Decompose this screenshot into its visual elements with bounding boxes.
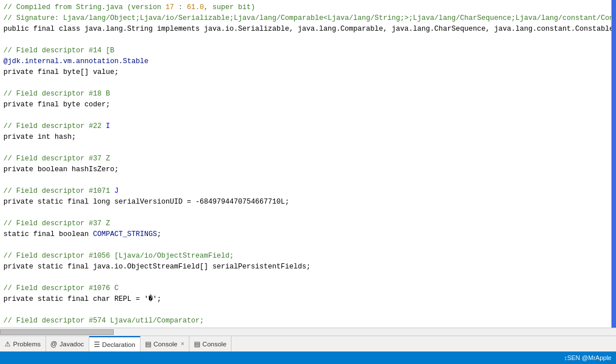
javadoc-icon: @ <box>51 340 57 348</box>
code-line <box>3 143 613 154</box>
code-line: private boolean hashIsZero; <box>3 164 613 175</box>
code-line: // Field descriptor #22 I <box>3 121 613 132</box>
tab-declaration[interactable]: ☰Declaration <box>89 336 140 351</box>
console1-icon: ▤ <box>145 340 151 348</box>
code-line: // Field descriptor #37 Z <box>3 154 613 164</box>
problems-icon: ⚠ <box>5 340 11 348</box>
console2-icon: ▤ <box>194 340 200 348</box>
code-line <box>3 175 613 186</box>
code-line: // Signature: Ljava/lang/Object;Ljava/io… <box>3 13 613 24</box>
tab-label-declaration: Declaration <box>102 341 135 348</box>
tab-label-problems: Problems <box>13 341 41 348</box>
code-line: public final class java.lang.String impl… <box>3 24 613 35</box>
code-line: // Field descriptor #14 [B <box>3 46 613 56</box>
code-line: private static final char REPL = '�'; <box>3 294 613 305</box>
code-line: // Field descriptor #1076 C <box>3 283 613 294</box>
code-editor: // Compiled from String.java (version 17… <box>0 0 616 328</box>
status-bar: ↕SEN @MrApple <box>0 351 616 364</box>
code-line: // Field descriptor #1071 J <box>3 186 613 197</box>
code-line <box>3 35 613 46</box>
code-line <box>3 110 613 121</box>
code-line: static final boolean COMPACT_STRINGS; <box>3 229 613 240</box>
declaration-icon: ☰ <box>94 341 100 349</box>
tab-label-console1: Console <box>154 341 177 348</box>
tab-problems[interactable]: ⚠Problems <box>0 336 46 351</box>
code-line: private final byte coder; <box>3 100 613 110</box>
code-line: // Field descriptor #1056 [Ljava/io/Obje… <box>3 251 613 262</box>
tab-label-console2: Console <box>202 341 226 348</box>
tab-console2[interactable]: ▤Console <box>189 336 231 351</box>
code-line: @jdk.internal.vm.annotation.Stable <box>3 56 613 67</box>
horizontal-scrollbar[interactable] <box>0 328 616 336</box>
tab-label-javadoc: Javadoc <box>60 341 84 348</box>
scrollbar-thumb[interactable] <box>0 329 114 335</box>
right-scrollbar[interactable] <box>611 0 616 328</box>
code-line: // Field descriptor #18 B <box>3 89 613 100</box>
code-line: private int hash; <box>3 132 613 143</box>
code-line <box>3 305 613 316</box>
tab-javadoc[interactable]: @Javadoc <box>46 336 89 351</box>
code-line <box>3 272 613 283</box>
code-line <box>3 208 613 218</box>
code-line: // Compiled from String.java (version 17… <box>3 2 613 13</box>
bottom-tab-bar: ⚠Problems@Javadoc☰Declaration▤Console×▤C… <box>0 336 616 351</box>
code-line: private static final java.io.ObjectStrea… <box>3 262 613 272</box>
code-line: private static final long serialVersionU… <box>3 197 613 208</box>
code-line <box>3 78 613 89</box>
code-line: private final byte[] value; <box>3 67 613 78</box>
code-line <box>3 240 613 251</box>
tab-console1[interactable]: ▤Console× <box>140 336 189 351</box>
status-text: ↕SEN @MrApple <box>564 354 611 361</box>
tab-close-console1[interactable]: × <box>181 341 184 347</box>
code-line: // Field descriptor #37 Z <box>3 218 613 229</box>
code-line: // Field descriptor #574 Ljava/util/Comp… <box>3 316 613 326</box>
